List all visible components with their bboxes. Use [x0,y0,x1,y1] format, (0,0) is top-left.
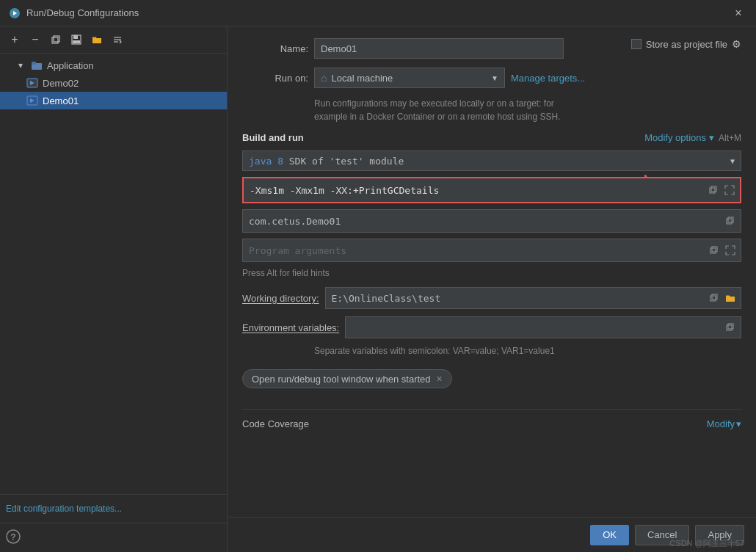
coverage-modify-link[interactable]: Modify ▾ [707,418,741,429]
code-coverage-row: Code Coverage Modify ▾ [242,409,741,429]
sdk-dropdown[interactable]: java 8 SDK of 'test' module ▼ [242,150,741,171]
folder-browse-icon [725,293,735,303]
svg-rect-27 [728,324,733,329]
main-layout: + − [0,26,756,552]
close-button[interactable]: × [730,4,747,22]
working-dir-input-wrap [325,287,741,309]
env-vars-label: Environment variables: [242,322,339,333]
sdk-suffix: SDK of 'test' module [289,156,404,167]
svg-rect-20 [727,219,732,224]
save-config-button[interactable] [68,31,85,48]
program-args-field [242,239,741,262]
tree-group-application-label: Application [47,60,94,71]
run-config-selected-icon [26,95,38,106]
watermark: CSDN @阿王三十57 [669,538,744,549]
working-dir-row: Working directory: [242,287,741,309]
toolbar: + − [0,26,227,54]
run-on-row: Run on: ⌂ Local machine ▼ Manage targets… [242,68,741,88]
svg-rect-6 [73,40,80,43]
expand-icon [724,185,735,195]
left-panel: + − [0,26,228,552]
add-config-button[interactable]: + [6,31,23,48]
program-args-actions [704,243,741,258]
move-config-button[interactable] [88,31,106,48]
svg-rect-18 [710,188,715,193]
edit-templates-link[interactable]: Edit configuration templates... [0,494,227,523]
main-class-input[interactable] [243,210,720,232]
working-dir-actions [704,291,741,305]
env-vars-copy-button[interactable] [723,320,738,335]
tree-item-demo02[interactable]: Demo02 [0,74,227,92]
vm-options-row [242,177,741,203]
ok-button[interactable]: OK [590,525,629,545]
working-dir-label: Working directory: [242,293,319,304]
sort-config-button[interactable] [109,31,126,48]
copy-small-icon3 [709,245,719,255]
svg-rect-11 [32,62,36,65]
env-vars-actions [720,320,741,335]
dialog-title: Run/Debug Configurations [26,7,139,18]
program-args-input[interactable] [243,239,704,261]
svg-rect-26 [727,325,732,330]
config-tree: ▾ Application Demo02 [0,54,227,494]
store-as-project-checkbox[interactable] [631,39,641,49]
tree-item-demo01[interactable]: Demo01 [0,92,227,109]
store-as-project-label: Store as project file [646,39,727,50]
svg-rect-22 [710,248,716,253]
coverage-modify-label: Modify [707,418,735,429]
title-bar-left: Run/Debug Configurations [9,7,139,19]
working-dir-input[interactable] [326,288,704,308]
vm-options-expand-button[interactable] [722,183,737,197]
svg-rect-24 [710,296,716,301]
remove-config-button[interactable]: − [26,31,44,48]
main-class-actions [720,214,741,228]
main-class-copy-button[interactable] [723,214,738,228]
sort-icon [112,34,123,45]
chevron-down-icon: ▾ [15,59,26,71]
application-folder-icon [31,59,43,71]
tree-group-application[interactable]: ▾ Application [0,57,227,74]
copy-small-icon5 [725,322,735,333]
copy-small-icon2 [725,216,735,226]
sdk-version: java 8 [249,156,283,167]
chevron-down-small-icon: ▾ [709,132,714,143]
env-vars-input[interactable] [346,317,720,338]
code-coverage-label: Code Coverage [242,418,309,429]
manage-targets-link[interactable]: Manage targets... [511,73,585,84]
vm-options-field [242,177,741,203]
working-dir-browse-button[interactable] [723,291,738,305]
folder-icon [92,34,102,45]
run-on-label: Run on: [242,73,308,84]
help-icon[interactable]: ? [6,529,21,544]
field-hint-text: Press Alt for field hints [242,268,741,278]
svg-rect-5 [73,35,78,39]
dropdown-arrow-icon: ▼ [491,74,498,82]
svg-rect-21 [728,217,733,222]
name-input[interactable] [314,38,564,59]
vm-options-copy-button[interactable] [706,183,721,197]
run-on-dropdown[interactable]: ⌂ Local machine ▼ [314,68,505,88]
program-args-expand-button[interactable] [723,243,738,258]
run-on-info-text: Run configurations may be executed local… [314,97,741,123]
modify-options-label: Modify options [644,132,706,143]
close-chip-icon[interactable]: × [437,373,443,385]
home-icon: ⌂ [321,72,327,84]
svg-rect-23 [712,247,717,252]
program-args-copy-button[interactable] [707,243,722,258]
tree-item-demo02-label: Demo02 [43,78,79,89]
svg-rect-3 [54,36,59,42]
title-bar: Run/Debug Configurations × [0,0,756,26]
working-dir-copy-button[interactable] [707,291,722,305]
help-area: ? [0,523,227,552]
open-tool-window-chip[interactable]: Open run/debug tool window when started … [242,369,452,388]
right-panel: Store as project file ⚙ Name: Run on: ⌂ … [228,26,756,552]
modify-options-link[interactable]: Modify options ▾ [644,132,714,143]
open-tool-window-label: Open run/debug tool window when started [252,374,431,385]
copy-config-button[interactable] [47,31,65,48]
store-as-project-container: Store as project file ⚙ [631,38,741,50]
vm-options-input[interactable] [244,178,703,202]
env-vars-input-wrap [345,316,741,338]
svg-text:?: ? [10,532,15,542]
gear-button[interactable]: ⚙ [732,38,741,50]
svg-rect-2 [52,37,58,43]
